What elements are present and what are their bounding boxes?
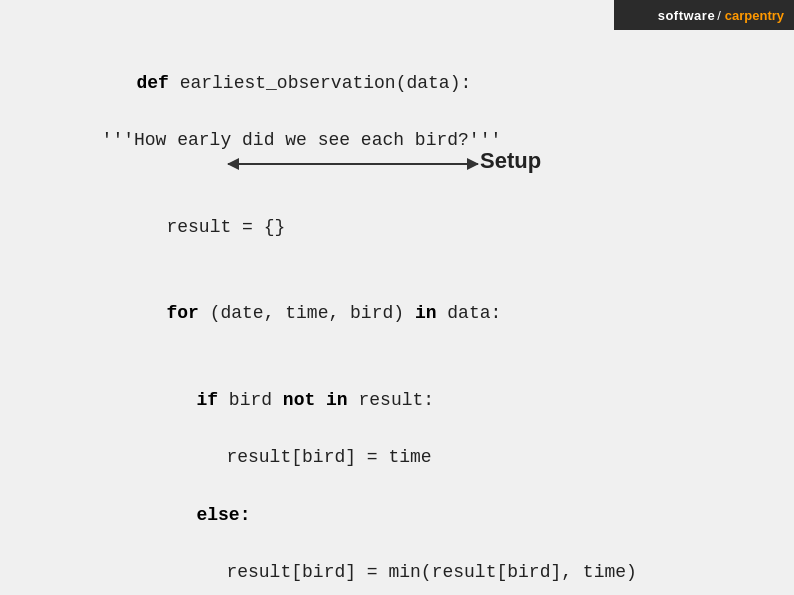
code-line-1: def earliest_observation(data): xyxy=(50,40,744,126)
code-line-2: '''How early did we see each bird?''' xyxy=(50,126,744,155)
code-block: def earliest_observation(data): '''How e… xyxy=(50,40,744,595)
code-line-6-rest2: result: xyxy=(348,390,434,410)
code-line-6-space xyxy=(315,390,326,410)
code-line-blank-1 xyxy=(50,155,744,184)
keyword-else: else: xyxy=(196,505,250,525)
logo-software: software xyxy=(658,8,715,23)
keyword-in2: in xyxy=(326,390,348,410)
code-line-5-rest2: data: xyxy=(436,303,501,323)
code-line-4: result = {} xyxy=(50,184,744,270)
slide-container: software / carpentry def earliest_observ… xyxy=(0,0,794,595)
logo-carpentry: carpentry xyxy=(725,8,784,23)
code-line-blank-2 xyxy=(50,587,744,595)
result-var: result xyxy=(166,217,231,237)
logo-separator: / xyxy=(717,8,721,23)
keyword-in: in xyxy=(415,303,437,323)
code-line-6-rest: bird xyxy=(218,390,283,410)
code-line-5-rest: (date, time, bird) xyxy=(199,303,415,323)
keyword-if: if xyxy=(196,390,218,410)
code-line-9: result[bird] = min(result[bird], time) xyxy=(50,558,744,587)
arrow-line xyxy=(228,163,478,165)
code-line-6: if bird not in result: xyxy=(50,357,744,443)
code-line-8: else: xyxy=(50,472,744,558)
keyword-not: not xyxy=(283,390,315,410)
code-line-5: for (date, time, bird) in data: xyxy=(50,270,744,356)
top-bar: software / carpentry xyxy=(614,0,794,30)
code-line-1-rest: earliest_observation(data): xyxy=(169,73,471,93)
code-line-7: result[bird] = time xyxy=(50,443,744,472)
keyword-def: def xyxy=(136,73,168,93)
code-line-4-rest: = {} xyxy=(231,217,285,237)
main-content: def earliest_observation(data): '''How e… xyxy=(0,0,794,595)
keyword-for: for xyxy=(166,303,198,323)
setup-label: Setup xyxy=(480,148,541,174)
